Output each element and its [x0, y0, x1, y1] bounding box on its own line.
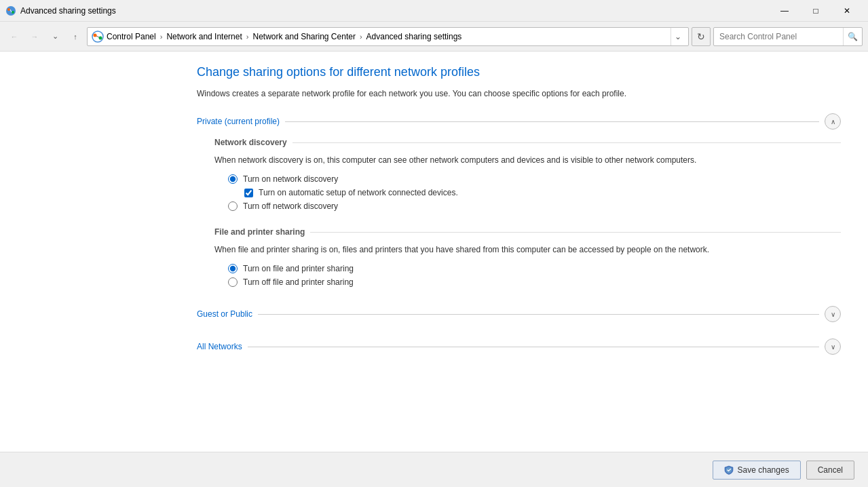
- shield-icon: [724, 465, 734, 475]
- search-icon[interactable]: 🔍: [843, 28, 862, 45]
- refresh-button[interactable]: ↻: [692, 27, 711, 46]
- radio-turn-off-discovery[interactable]: Turn off network discovery: [228, 201, 841, 211]
- svg-point-5: [94, 33, 97, 37]
- app-icon: [5, 5, 16, 16]
- sub-section-file-sharing-line: [310, 232, 841, 233]
- maximize-button[interactable]: □: [800, 0, 831, 22]
- sub-section-network-discovery: Network discovery When network discovery…: [197, 130, 841, 219]
- svg-point-2: [12, 11, 14, 14]
- address-dropdown-button[interactable]: ⌄: [671, 28, 684, 45]
- close-button[interactable]: ✕: [831, 0, 863, 22]
- section-guest-toggle[interactable]: ∨: [825, 306, 841, 322]
- section-private-label: Private (current profile): [197, 117, 280, 126]
- sub-section-discovery-header: Network discovery: [214, 138, 841, 147]
- title-bar: Advanced sharing settings — □ ✕: [0, 0, 868, 22]
- section-private: Private (current profile) ∧ Network disc…: [197, 113, 841, 295]
- search-box: 🔍: [713, 27, 863, 46]
- footer: Save changes Cancel: [0, 452, 868, 487]
- radio-turn-on-sharing-label[interactable]: Turn on file and printer sharing: [243, 264, 354, 273]
- radio-turn-on-discovery[interactable]: Turn on network discovery: [228, 174, 841, 184]
- section-guest-public-header[interactable]: Guest or Public ∨: [197, 300, 841, 328]
- breadcrumb-sharing-center[interactable]: Network and Sharing Center: [252, 32, 355, 41]
- radio-turn-off-sharing[interactable]: Turn off file and printer sharing: [228, 277, 841, 287]
- sub-section-file-sharing-label: File and printer sharing: [214, 227, 305, 237]
- svg-point-1: [7, 8, 10, 11]
- sub-section-discovery-line: [293, 142, 841, 143]
- section-private-toggle[interactable]: ∧: [825, 113, 841, 130]
- section-all-networks: All Networks ∨: [197, 333, 841, 360]
- sub-section-discovery-label: Network discovery: [214, 138, 287, 147]
- checkbox-auto-setup[interactable]: Turn on automatic setup of network conne…: [244, 188, 841, 197]
- address-bar: Control Panel › Network and Internet › N…: [87, 27, 689, 46]
- save-changes-label: Save changes: [738, 465, 789, 475]
- file-sharing-description: When file and printer sharing is on, fil…: [214, 244, 841, 256]
- page-title: Change sharing options for different net…: [197, 65, 841, 79]
- minimize-button[interactable]: —: [769, 0, 800, 22]
- up-button[interactable]: ↑: [67, 28, 84, 45]
- sub-section-file-sharing: File and printer sharing When file and p…: [197, 219, 841, 295]
- svg-point-6: [99, 36, 102, 39]
- breadcrumb-sep-1: ›: [160, 33, 163, 41]
- nav-bar: ← → ⌄ ↑ Control Panel › Network and Inte…: [0, 22, 868, 52]
- sub-section-file-sharing-header: File and printer sharing: [214, 227, 841, 237]
- section-all-networks-header[interactable]: All Networks ∨: [197, 333, 841, 360]
- window-title: Advanced sharing settings: [20, 6, 116, 16]
- section-all-networks-toggle[interactable]: ∨: [825, 338, 841, 355]
- checkbox-auto-setup-label[interactable]: Turn on automatic setup of network conne…: [259, 188, 458, 197]
- breadcrumb-control-panel[interactable]: Control Panel: [107, 32, 156, 41]
- section-private-header[interactable]: Private (current profile) ∧: [197, 113, 841, 130]
- radio-turn-on-discovery-label[interactable]: Turn on network discovery: [243, 174, 338, 184]
- dropdown-button[interactable]: ⌄: [46, 28, 64, 45]
- breadcrumb-network-internet[interactable]: Network and Internet: [166, 32, 242, 41]
- section-all-networks-label: All Networks: [197, 342, 242, 351]
- discovery-description: When network discovery is on, this compu…: [214, 154, 841, 166]
- title-bar-left: Advanced sharing settings: [5, 5, 116, 16]
- section-guest-public-label: Guest or Public: [197, 309, 252, 319]
- discovery-options: Turn on network discovery Turn on automa…: [214, 174, 841, 211]
- section-private-line: [285, 121, 819, 122]
- radio-turn-off-discovery-label[interactable]: Turn off network discovery: [243, 201, 338, 211]
- page-description: Windows creates a separate network profi…: [197, 87, 841, 100]
- section-guest-line: [258, 314, 819, 315]
- network-icon: [92, 31, 104, 43]
- svg-line-7: [96, 36, 99, 37]
- forward-button[interactable]: →: [26, 28, 43, 45]
- radio-turn-on-sharing[interactable]: Turn on file and printer sharing: [228, 264, 841, 273]
- back-button[interactable]: ←: [5, 28, 23, 45]
- cancel-button[interactable]: Cancel: [806, 461, 854, 480]
- cancel-label: Cancel: [818, 465, 843, 475]
- save-changes-button[interactable]: Save changes: [713, 461, 801, 480]
- main-content: Change sharing options for different net…: [0, 52, 868, 452]
- search-input[interactable]: [714, 32, 843, 41]
- file-sharing-options: Turn on file and printer sharing Turn of…: [214, 264, 841, 287]
- section-all-networks-line: [248, 347, 819, 347]
- breadcrumb-advanced-sharing[interactable]: Advanced sharing settings: [366, 32, 462, 41]
- breadcrumb-sep-3: ›: [360, 33, 362, 41]
- window-controls: — □ ✕: [769, 0, 863, 22]
- breadcrumb-sep-2: ›: [246, 33, 249, 41]
- radio-turn-off-sharing-label[interactable]: Turn off file and printer sharing: [243, 277, 354, 287]
- section-guest-public: Guest or Public ∨: [197, 300, 841, 328]
